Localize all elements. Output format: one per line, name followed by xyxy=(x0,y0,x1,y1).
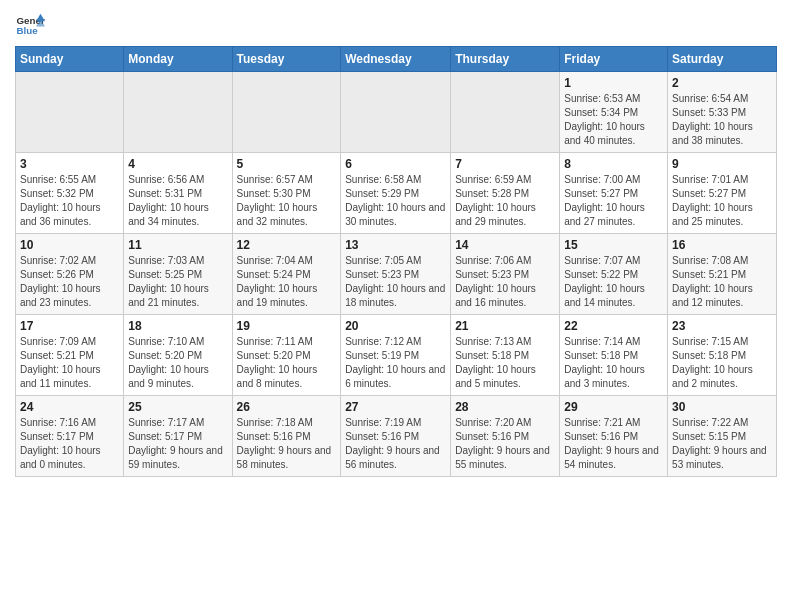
calendar-week-row: 10Sunrise: 7:02 AM Sunset: 5:26 PM Dayli… xyxy=(16,234,777,315)
calendar-day-cell xyxy=(232,72,341,153)
calendar-day-cell: 29Sunrise: 7:21 AM Sunset: 5:16 PM Dayli… xyxy=(560,396,668,477)
day-info: Sunrise: 7:05 AM Sunset: 5:23 PM Dayligh… xyxy=(345,254,446,310)
weekday-header-thursday: Thursday xyxy=(451,47,560,72)
day-number: 22 xyxy=(564,319,663,333)
day-number: 15 xyxy=(564,238,663,252)
calendar-day-cell: 14Sunrise: 7:06 AM Sunset: 5:23 PM Dayli… xyxy=(451,234,560,315)
calendar-day-cell: 20Sunrise: 7:12 AM Sunset: 5:19 PM Dayli… xyxy=(341,315,451,396)
calendar-day-cell: 4Sunrise: 6:56 AM Sunset: 5:31 PM Daylig… xyxy=(124,153,232,234)
day-info: Sunrise: 7:10 AM Sunset: 5:20 PM Dayligh… xyxy=(128,335,227,391)
day-info: Sunrise: 7:18 AM Sunset: 5:16 PM Dayligh… xyxy=(237,416,337,472)
day-number: 8 xyxy=(564,157,663,171)
calendar-day-cell: 24Sunrise: 7:16 AM Sunset: 5:17 PM Dayli… xyxy=(16,396,124,477)
day-number: 5 xyxy=(237,157,337,171)
day-number: 28 xyxy=(455,400,555,414)
day-info: Sunrise: 7:19 AM Sunset: 5:16 PM Dayligh… xyxy=(345,416,446,472)
day-number: 20 xyxy=(345,319,446,333)
day-info: Sunrise: 7:06 AM Sunset: 5:23 PM Dayligh… xyxy=(455,254,555,310)
calendar-day-cell: 17Sunrise: 7:09 AM Sunset: 5:21 PM Dayli… xyxy=(16,315,124,396)
calendar-day-cell: 19Sunrise: 7:11 AM Sunset: 5:20 PM Dayli… xyxy=(232,315,341,396)
calendar-day-cell: 16Sunrise: 7:08 AM Sunset: 5:21 PM Dayli… xyxy=(668,234,777,315)
day-info: Sunrise: 7:09 AM Sunset: 5:21 PM Dayligh… xyxy=(20,335,119,391)
day-info: Sunrise: 7:02 AM Sunset: 5:26 PM Dayligh… xyxy=(20,254,119,310)
calendar-day-cell: 15Sunrise: 7:07 AM Sunset: 5:22 PM Dayli… xyxy=(560,234,668,315)
day-number: 27 xyxy=(345,400,446,414)
day-info: Sunrise: 7:04 AM Sunset: 5:24 PM Dayligh… xyxy=(237,254,337,310)
day-number: 24 xyxy=(20,400,119,414)
calendar-day-cell: 9Sunrise: 7:01 AM Sunset: 5:27 PM Daylig… xyxy=(668,153,777,234)
day-info: Sunrise: 6:59 AM Sunset: 5:28 PM Dayligh… xyxy=(455,173,555,229)
calendar-table: SundayMondayTuesdayWednesdayThursdayFrid… xyxy=(15,46,777,477)
day-info: Sunrise: 7:14 AM Sunset: 5:18 PM Dayligh… xyxy=(564,335,663,391)
calendar-day-cell: 13Sunrise: 7:05 AM Sunset: 5:23 PM Dayli… xyxy=(341,234,451,315)
calendar-day-cell: 18Sunrise: 7:10 AM Sunset: 5:20 PM Dayli… xyxy=(124,315,232,396)
calendar-day-cell: 11Sunrise: 7:03 AM Sunset: 5:25 PM Dayli… xyxy=(124,234,232,315)
day-number: 14 xyxy=(455,238,555,252)
calendar-day-cell: 28Sunrise: 7:20 AM Sunset: 5:16 PM Dayli… xyxy=(451,396,560,477)
day-info: Sunrise: 7:03 AM Sunset: 5:25 PM Dayligh… xyxy=(128,254,227,310)
day-info: Sunrise: 6:54 AM Sunset: 5:33 PM Dayligh… xyxy=(672,92,772,148)
calendar-day-cell: 3Sunrise: 6:55 AM Sunset: 5:32 PM Daylig… xyxy=(16,153,124,234)
weekday-header-sunday: Sunday xyxy=(16,47,124,72)
day-number: 25 xyxy=(128,400,227,414)
calendar-day-cell xyxy=(341,72,451,153)
calendar-day-cell: 21Sunrise: 7:13 AM Sunset: 5:18 PM Dayli… xyxy=(451,315,560,396)
day-info: Sunrise: 7:01 AM Sunset: 5:27 PM Dayligh… xyxy=(672,173,772,229)
day-number: 21 xyxy=(455,319,555,333)
calendar-day-cell xyxy=(124,72,232,153)
header: General Blue xyxy=(15,10,777,40)
logo-area: General Blue xyxy=(15,10,49,40)
day-number: 30 xyxy=(672,400,772,414)
day-info: Sunrise: 7:12 AM Sunset: 5:19 PM Dayligh… xyxy=(345,335,446,391)
day-number: 3 xyxy=(20,157,119,171)
weekday-header-tuesday: Tuesday xyxy=(232,47,341,72)
calendar-day-cell: 22Sunrise: 7:14 AM Sunset: 5:18 PM Dayli… xyxy=(560,315,668,396)
calendar-day-cell: 23Sunrise: 7:15 AM Sunset: 5:18 PM Dayli… xyxy=(668,315,777,396)
day-number: 16 xyxy=(672,238,772,252)
calendar-week-row: 3Sunrise: 6:55 AM Sunset: 5:32 PM Daylig… xyxy=(16,153,777,234)
day-number: 10 xyxy=(20,238,119,252)
calendar-day-cell xyxy=(16,72,124,153)
day-number: 12 xyxy=(237,238,337,252)
day-number: 23 xyxy=(672,319,772,333)
day-number: 6 xyxy=(345,157,446,171)
calendar-day-cell: 12Sunrise: 7:04 AM Sunset: 5:24 PM Dayli… xyxy=(232,234,341,315)
calendar-day-cell: 30Sunrise: 7:22 AM Sunset: 5:15 PM Dayli… xyxy=(668,396,777,477)
day-info: Sunrise: 6:57 AM Sunset: 5:30 PM Dayligh… xyxy=(237,173,337,229)
logo-icon: General Blue xyxy=(15,10,45,40)
day-info: Sunrise: 7:00 AM Sunset: 5:27 PM Dayligh… xyxy=(564,173,663,229)
calendar-day-cell: 7Sunrise: 6:59 AM Sunset: 5:28 PM Daylig… xyxy=(451,153,560,234)
day-number: 1 xyxy=(564,76,663,90)
day-info: Sunrise: 7:20 AM Sunset: 5:16 PM Dayligh… xyxy=(455,416,555,472)
day-number: 13 xyxy=(345,238,446,252)
calendar-week-row: 1Sunrise: 6:53 AM Sunset: 5:34 PM Daylig… xyxy=(16,72,777,153)
calendar-day-cell: 26Sunrise: 7:18 AM Sunset: 5:16 PM Dayli… xyxy=(232,396,341,477)
day-info: Sunrise: 7:17 AM Sunset: 5:17 PM Dayligh… xyxy=(128,416,227,472)
day-number: 18 xyxy=(128,319,227,333)
day-number: 17 xyxy=(20,319,119,333)
day-number: 4 xyxy=(128,157,227,171)
day-info: Sunrise: 7:08 AM Sunset: 5:21 PM Dayligh… xyxy=(672,254,772,310)
day-number: 11 xyxy=(128,238,227,252)
calendar-week-row: 17Sunrise: 7:09 AM Sunset: 5:21 PM Dayli… xyxy=(16,315,777,396)
page: General Blue SundayMondayTuesdayWednesda… xyxy=(0,0,792,487)
day-number: 19 xyxy=(237,319,337,333)
weekday-header-monday: Monday xyxy=(124,47,232,72)
calendar-day-cell: 6Sunrise: 6:58 AM Sunset: 5:29 PM Daylig… xyxy=(341,153,451,234)
svg-text:Blue: Blue xyxy=(17,25,39,36)
day-info: Sunrise: 7:13 AM Sunset: 5:18 PM Dayligh… xyxy=(455,335,555,391)
calendar-week-row: 24Sunrise: 7:16 AM Sunset: 5:17 PM Dayli… xyxy=(16,396,777,477)
calendar-day-cell: 2Sunrise: 6:54 AM Sunset: 5:33 PM Daylig… xyxy=(668,72,777,153)
day-number: 2 xyxy=(672,76,772,90)
calendar-day-cell xyxy=(451,72,560,153)
day-number: 9 xyxy=(672,157,772,171)
day-info: Sunrise: 7:22 AM Sunset: 5:15 PM Dayligh… xyxy=(672,416,772,472)
day-info: Sunrise: 6:58 AM Sunset: 5:29 PM Dayligh… xyxy=(345,173,446,229)
day-info: Sunrise: 6:53 AM Sunset: 5:34 PM Dayligh… xyxy=(564,92,663,148)
day-info: Sunrise: 6:55 AM Sunset: 5:32 PM Dayligh… xyxy=(20,173,119,229)
calendar-day-cell: 10Sunrise: 7:02 AM Sunset: 5:26 PM Dayli… xyxy=(16,234,124,315)
weekday-header-wednesday: Wednesday xyxy=(341,47,451,72)
day-info: Sunrise: 6:56 AM Sunset: 5:31 PM Dayligh… xyxy=(128,173,227,229)
weekday-header-friday: Friday xyxy=(560,47,668,72)
calendar-day-cell: 1Sunrise: 6:53 AM Sunset: 5:34 PM Daylig… xyxy=(560,72,668,153)
